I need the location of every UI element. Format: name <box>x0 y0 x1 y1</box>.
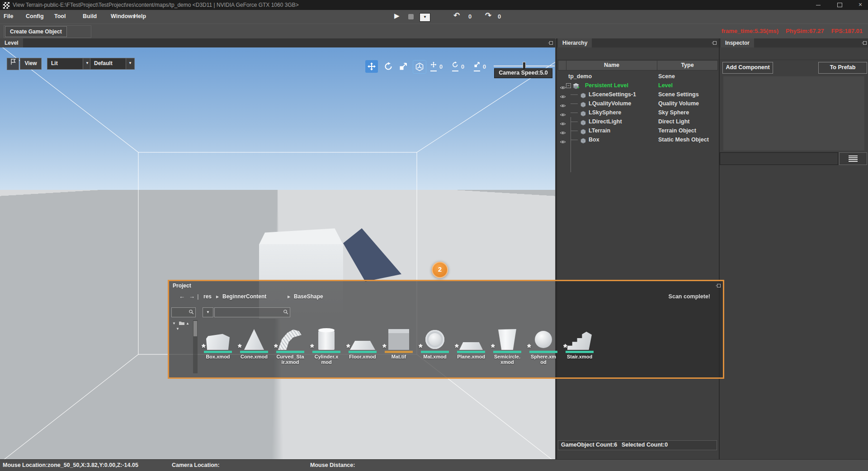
scale-snap-value: 0 <box>483 63 486 70</box>
hierarchy-row[interactable]: Box Static Mesh Object <box>558 135 718 144</box>
asset-tile-cone[interactable]: * Cone.xmod <box>238 321 270 365</box>
tree-collapse-icon[interactable]: ▼ <box>176 327 179 331</box>
asset-tile-cylinder[interactable]: * Cylinder.xmod <box>310 321 343 365</box>
mouse-location: Mouse Location:zone_50_50,X:3.82,Y:0.00,… <box>3 462 138 468</box>
minimize-button[interactable] <box>811 0 826 10</box>
render-mode-dropdown[interactable]: Lit ▼ <box>47 58 92 70</box>
collapse-toggle[interactable]: − <box>566 83 571 88</box>
asset-tile-mat-tif[interactable]: * Mat.tif <box>382 321 415 365</box>
modified-badge: * <box>274 345 278 350</box>
coordinate-space-toggle[interactable] <box>413 60 426 74</box>
hierarchy-row[interactable]: LTerrain Terrain Object <box>558 126 718 135</box>
rotate-tool-button[interactable] <box>382 60 395 73</box>
menu-help[interactable]: Help <box>134 13 146 19</box>
scrollbar-thumb[interactable] <box>193 321 197 336</box>
hierarchy-eye-column-header <box>558 60 566 71</box>
move-tool-button[interactable] <box>365 60 378 73</box>
move-snap-toggle[interactable]: 0 <box>430 61 443 71</box>
undo-icon[interactable]: ↶ <box>453 11 460 20</box>
curved-stair-thumbnail <box>278 329 302 350</box>
folder-filter-input[interactable] <box>171 307 196 317</box>
menu-windows[interactable]: Windows <box>111 13 136 19</box>
project-nav-bar: ← → | res ▶ BeginnerContent ▶ BaseShape … <box>169 292 723 303</box>
folder-tree-column[interactable]: ▼ ▲ ▼ <box>171 320 198 375</box>
inspector-list-menu-button[interactable] <box>839 152 867 165</box>
rotate-snap-toggle[interactable]: 0 <box>452 61 464 71</box>
hierarchy-row-persistent-level[interactable]: − + Persistent Level Level <box>558 81 718 90</box>
breadcrumb-baseshape[interactable]: BaseShape <box>294 293 323 300</box>
asset-tile-floor[interactable]: * Floor.xmod <box>346 321 379 365</box>
eye-icon[interactable] <box>560 137 566 146</box>
redo-icon[interactable]: ↷ <box>485 11 491 20</box>
back-icon[interactable]: ← <box>179 293 185 300</box>
hierarchy-type-header[interactable]: Type <box>657 60 718 71</box>
modified-badge: * <box>563 345 567 350</box>
placement-tool-button[interactable] <box>7 58 19 70</box>
object-type: Scene Settings <box>658 90 699 99</box>
pin-icon[interactable] <box>862 40 867 46</box>
hierarchy-row[interactable]: LQualityVolume Quality Volume <box>558 99 718 108</box>
tree-collapse-icon[interactable]: ▼ <box>172 321 176 325</box>
hierarchy-row[interactable]: LSkySphere Sky Sphere <box>558 108 718 117</box>
modified-badge: * <box>346 345 350 350</box>
close-button[interactable]: × <box>853 0 868 10</box>
asset-type-underline <box>566 351 594 353</box>
menu-build[interactable]: Build <box>83 13 97 19</box>
asset-search-input[interactable] <box>214 307 290 317</box>
scale-snap-toggle[interactable]: 0 <box>474 61 486 71</box>
create-game-object-button[interactable]: Create Game Object <box>5 26 67 37</box>
tree-expand-icon[interactable]: ▲ <box>186 321 189 325</box>
asset-label: Cone.xmod <box>240 354 268 359</box>
chevron-down-icon[interactable]: ▼ <box>126 58 134 69</box>
add-component-button[interactable]: Add Component <box>722 62 773 74</box>
hierarchy-tab-strip: Hierarchy <box>557 38 719 48</box>
asset-tile-curved-stair[interactable]: * Curved_Stair.xmod <box>274 321 307 365</box>
asset-tile-stair[interactable]: * Stair.xmod <box>563 321 596 365</box>
asset-label: Semicircle.xmod <box>493 354 521 365</box>
menu-file[interactable]: File <box>4 13 14 19</box>
hierarchy-row-scene[interactable]: tp_demo Scene <box>558 72 718 81</box>
svg-text:+: + <box>577 85 580 89</box>
play-button[interactable]: ▶ <box>394 12 400 20</box>
tab-level[interactable]: Level <box>0 38 23 47</box>
asset-tile-semicircle[interactable]: * Semicircle.xmod <box>491 321 524 365</box>
hierarchy-name-header[interactable]: Name <box>566 60 657 71</box>
asset-tile-mat[interactable]: * Mat.xmod <box>419 321 451 365</box>
object-type: Level <box>658 81 673 90</box>
pin-icon[interactable] <box>716 283 721 288</box>
menu-tool[interactable]: Tool <box>54 13 66 19</box>
pin-icon[interactable] <box>712 40 717 46</box>
view-button[interactable]: View <box>20 58 42 70</box>
asset-tile-plane[interactable]: * Plane.xmod <box>455 321 487 365</box>
view-preset-dropdown[interactable]: Default ▼ <box>90 58 135 70</box>
tab-hierarchy[interactable]: Hierarchy <box>558 38 592 47</box>
inspector-panel: Inspector Add Component To Prefab <box>719 38 868 459</box>
filter-dropdown-button[interactable]: ▼ <box>203 307 213 317</box>
inspector-field[interactable] <box>720 152 838 165</box>
cube-icon <box>580 137 586 146</box>
object-name: LSceneSettings-1 <box>589 90 636 99</box>
move-snap-icon <box>430 61 437 71</box>
pin-icon[interactable] <box>548 40 553 46</box>
hierarchy-row[interactable]: LSceneSettings-1 Scene Settings <box>558 90 718 99</box>
asset-tile-box[interactable]: * Box.xmod <box>202 321 234 365</box>
asset-label: Curved_Stair.xmod <box>276 354 304 365</box>
play-options-dropdown[interactable]: ▼ <box>420 13 430 22</box>
tree-scrollbar[interactable] <box>193 320 198 373</box>
menu-config[interactable]: Config <box>26 13 44 19</box>
viewport-3d[interactable]: View Lit ▼ Default ▼ 0 0 0 <box>0 47 555 459</box>
window-title: View Terrain-public-E:\FTestProject\Test… <box>13 2 299 8</box>
to-prefab-button[interactable]: To Prefab <box>818 62 867 74</box>
plane-thumbnail <box>459 342 483 350</box>
tab-inspector[interactable]: Inspector <box>721 38 754 47</box>
breadcrumb-res[interactable]: res <box>203 293 212 300</box>
scale-tool-button[interactable] <box>397 60 410 73</box>
maximize-button[interactable] <box>832 0 847 10</box>
redo-count: 0 <box>498 13 501 20</box>
breadcrumb-beginnercontent[interactable]: BeginnerContent <box>222 293 266 300</box>
stop-button[interactable] <box>408 14 414 19</box>
tab-project[interactable]: Project <box>173 283 191 289</box>
forward-icon[interactable]: → <box>189 293 195 300</box>
asset-tile-sphere[interactable]: * Sphere.xmod <box>527 321 560 365</box>
hierarchy-row[interactable]: LDirectLight Direct Light <box>558 117 718 126</box>
